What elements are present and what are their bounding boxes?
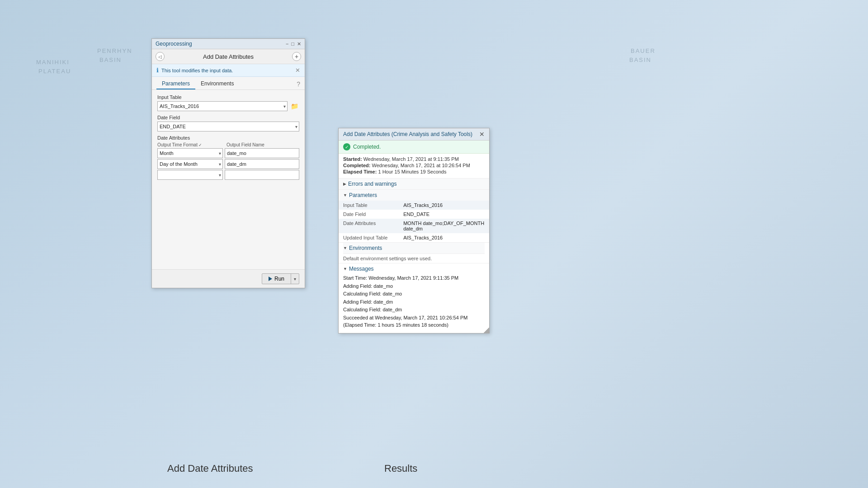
completed-check-icon: ✓	[343, 143, 350, 150]
started-value: Wednesday, March 17, 2021 at 9:11:35 PM	[363, 156, 459, 162]
attr-format-select-2[interactable]: Day of the Month Month Year Hour	[157, 159, 223, 169]
param-key: Input Table	[339, 201, 399, 210]
output-time-format-col-label: Output Time Format	[157, 142, 198, 147]
param-value: AIS_Tracks_2016	[399, 233, 489, 242]
date-field-select-wrapper: END_DATE	[157, 122, 299, 131]
started-row: Started: Wednesday, March 17, 2021 at 9:…	[343, 156, 485, 162]
attr-format-select-3[interactable]: Month Day of the Month	[157, 170, 223, 180]
map-label-manihiki: Manihiki	[36, 59, 70, 66]
table-row: Updated Input TableAIS_Tracks_2016	[339, 233, 489, 242]
back-arrow-icon: ◁	[158, 54, 162, 59]
messages-body: Start Time: Wednesday, March 17, 2021 9:…	[343, 274, 485, 329]
messages-section-header[interactable]: ▼ Messages	[343, 263, 485, 274]
geoprocessing-panel: Geoprocessing − □ ✕ ◁ Add Date Attribute…	[151, 38, 305, 288]
date-field-group: Date Field END_DATE	[157, 115, 299, 131]
param-key: Date Attributes	[339, 219, 399, 233]
input-table-row: AIS_Tracks_2016 📁	[157, 101, 299, 111]
param-value: MONTH date_mo;DAY_OF_MONTH date_dm	[399, 219, 489, 233]
param-value: AIS_Tracks_2016	[399, 201, 489, 210]
input-table-group: Input Table AIS_Tracks_2016 📁	[157, 94, 299, 111]
attr-field-input-2[interactable]	[225, 159, 299, 169]
tab-environments[interactable]: Environments	[195, 79, 239, 89]
messages-collapse-arrow: ▼	[343, 267, 347, 271]
errors-section: ▶ Errors and warnings	[339, 178, 489, 190]
run-label: Run	[274, 276, 284, 282]
minimize-icon[interactable]: −	[286, 41, 288, 47]
results-close-icon[interactable]: ✕	[479, 131, 485, 138]
table-row: Date AttributesMONTH date_mo;DAY_OF_MONT…	[339, 219, 489, 233]
date-field-label: Date Field	[157, 115, 299, 120]
tabs-container: Parameters Environments	[156, 79, 239, 89]
map-label-bauer: Bauer	[631, 47, 656, 54]
date-field-row: END_DATE	[157, 122, 299, 131]
attributes-section: Date Attributes Output Time Format ✓ Out…	[157, 135, 299, 180]
results-panel: Add Date Attributes (Crime Analysis and …	[338, 128, 490, 333]
info-banner-left: ℹ This tool modifies the input data.	[156, 67, 233, 74]
attr-row-3: Month Day of the Month	[157, 170, 299, 180]
panel-toolbar: ◁ Add Date Attributes +	[152, 49, 305, 64]
results-body: ▶ Errors and warnings ▼ Parameters Input…	[339, 178, 489, 333]
input-table-select-wrapper: AIS_Tracks_2016	[157, 101, 288, 111]
results-meta: Started: Wednesday, March 17, 2021 at 9:…	[339, 154, 489, 178]
close-panel-icon[interactable]: ✕	[297, 41, 301, 47]
add-icon: +	[295, 53, 298, 60]
tabs-row: Parameters Environments ?	[152, 77, 305, 90]
results-header: Add Date Attributes (Crime Analysis and …	[339, 128, 489, 141]
form-body: Input Table AIS_Tracks_2016 📁 Date Field…	[152, 90, 305, 188]
attr-row-2: Day of the Month Month Year Hour	[157, 159, 299, 169]
table-row: Input TableAIS_Tracks_2016	[339, 201, 489, 210]
tool-title: Add Date Attributes	[168, 53, 288, 60]
params-section-label: Parameters	[349, 192, 377, 198]
params-collapse-arrow: ▼	[343, 193, 347, 197]
results-label: Results	[384, 463, 417, 474]
params-section-header[interactable]: ▼ Parameters	[339, 190, 489, 201]
completed-label: Completed:	[343, 163, 371, 168]
input-table-select[interactable]: AIS_Tracks_2016	[157, 101, 288, 111]
map-label-basin2: Basin	[629, 56, 651, 63]
message-line: Adding Field: date_mo	[343, 282, 485, 290]
params-table: Input TableAIS_Tracks_2016Date FieldEND_…	[339, 201, 489, 242]
param-key: Updated Input Table	[339, 233, 399, 242]
date-attributes-label: Date Attributes	[157, 135, 299, 141]
elapsed-value: 1 Hour 15 Minutes 19 Seconds	[378, 169, 446, 174]
attr-field-input-1[interactable]	[225, 148, 299, 158]
message-line: Adding Field: date_dm	[343, 298, 485, 306]
completed-text: Completed.	[353, 144, 381, 150]
environments-section-header[interactable]: ▼ Environments	[343, 243, 485, 254]
param-value: END_DATE	[399, 210, 489, 219]
errors-section-header[interactable]: ▶ Errors and warnings	[339, 178, 489, 189]
environments-section: ▼ Environments Default environment setti…	[339, 243, 489, 263]
folder-icon[interactable]: 📁	[289, 101, 299, 111]
back-button[interactable]: ◁	[156, 52, 165, 61]
environments-collapse-arrow: ▼	[343, 246, 347, 250]
add-date-attributes-label: Add Date Attributes	[167, 463, 253, 474]
output-field-name-col-label: Output Field Name	[226, 142, 264, 147]
run-play-icon	[269, 277, 272, 281]
attr-format-select-1[interactable]: Month Day of the Month Year Hour Minute	[157, 148, 223, 158]
map-label-basin1: Basin	[99, 56, 122, 63]
run-dropdown-arrow[interactable]: ▾	[291, 275, 299, 283]
add-button[interactable]: +	[292, 52, 301, 61]
run-button[interactable]: Run ▾	[262, 273, 299, 284]
map-label-plateau: Plateau	[38, 68, 71, 75]
tab-parameters[interactable]: Parameters	[156, 79, 195, 89]
attr-format-select-wrap-3: Month Day of the Month	[157, 170, 223, 180]
message-line: Calculating Field: date_dm	[343, 306, 485, 314]
attr-format-select-wrap-1: Month Day of the Month Year Hour Minute	[157, 148, 223, 158]
resize-handle[interactable]	[484, 328, 489, 333]
message-line: Start Time: Wednesday, March 17, 2021 9:…	[343, 274, 485, 282]
messages-label: Messages	[349, 266, 374, 272]
map-label-penrhyn: Penrhyn	[97, 47, 132, 54]
attr-field-input-3[interactable]	[225, 170, 299, 180]
panel-header: Geoprocessing − □ ✕	[152, 39, 305, 49]
environments-body: Default environment settings were used.	[343, 254, 485, 263]
message-line: Succeeded at Wednesday, March 17, 2021 1…	[343, 314, 485, 329]
restore-icon[interactable]: □	[291, 41, 294, 47]
info-close-icon[interactable]: ✕	[295, 67, 300, 74]
attr-format-select-wrap-2: Day of the Month Month Year Hour	[157, 159, 223, 169]
environments-label: Environments	[349, 245, 382, 251]
elapsed-row: Elapsed Time: 1 Hour 15 Minutes 19 Secon…	[343, 169, 485, 174]
help-icon[interactable]: ?	[297, 80, 300, 88]
date-field-select[interactable]: END_DATE	[157, 122, 299, 131]
run-button-main[interactable]: Run	[262, 274, 291, 284]
